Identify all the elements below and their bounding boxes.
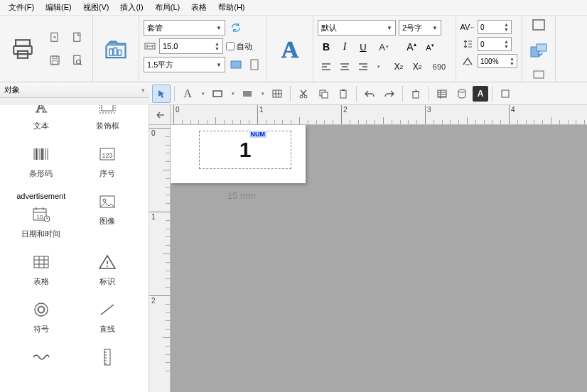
font-size-combo[interactable]: 2号字▼ bbox=[399, 20, 441, 36]
font-family-combo[interactable]: 默认▼ bbox=[318, 20, 396, 36]
object-extra2[interactable] bbox=[78, 347, 138, 367]
tube-type-combo[interactable]: 套管▼ bbox=[144, 20, 225, 36]
font-grow-button[interactable]: A▴ bbox=[403, 38, 420, 55]
object-image[interactable]: 图像 bbox=[78, 192, 138, 239]
rotate-button[interactable] bbox=[527, 40, 551, 61]
objects-panel-title: 对象 bbox=[4, 85, 20, 95]
preview-button[interactable] bbox=[67, 50, 88, 71]
canvas-viewport[interactable]: NUM 1 15 mm bbox=[171, 125, 587, 392]
canvas-area[interactable]: 01234 012 NUM 1 15 mm bbox=[149, 105, 587, 392]
line-spacing-spinner[interactable]: 0▲▼ bbox=[478, 37, 512, 51]
object-serial[interactable]: 123 序号 bbox=[78, 144, 138, 179]
grid-tool[interactable] bbox=[268, 85, 286, 103]
font-shrink-button[interactable]: A▾ bbox=[421, 38, 438, 55]
dimension-label: 15 mm bbox=[227, 190, 256, 201]
zoom-spinner[interactable]: 100%▲▼ bbox=[478, 54, 517, 68]
object-warn[interactable]: 标识 bbox=[78, 252, 138, 287]
underline-button[interactable]: U bbox=[355, 38, 372, 55]
subscript-button[interactable]: X2 bbox=[409, 58, 426, 75]
cut-button[interactable] bbox=[294, 85, 313, 103]
svg-rect-48 bbox=[104, 349, 110, 365]
svg-rect-20 bbox=[534, 71, 544, 78]
italic-button[interactable]: I bbox=[336, 38, 353, 55]
work-area: A 文本 装饰框 条形码 123 序号 advertisement 10 日期和… bbox=[0, 105, 587, 392]
align-center-button[interactable] bbox=[336, 58, 353, 75]
more-button[interactable] bbox=[529, 67, 549, 82]
ruler-origin[interactable] bbox=[149, 105, 171, 125]
object-barcode-label: 条形码 bbox=[29, 168, 53, 179]
form-button[interactable] bbox=[433, 85, 451, 103]
object-table[interactable]: 表格 bbox=[11, 252, 71, 287]
xx-value-button[interactable]: 690 bbox=[427, 58, 451, 75]
redo-button[interactable] bbox=[380, 85, 399, 103]
database-button[interactable] bbox=[453, 85, 471, 103]
object-text[interactable]: A 文本 bbox=[11, 105, 71, 131]
panel-menu-icon[interactable]: ▾ bbox=[141, 87, 145, 94]
bold-button[interactable]: B bbox=[318, 38, 335, 55]
object-symbol[interactable]: 符号 bbox=[11, 300, 71, 334]
menu-insert[interactable]: 插入(I) bbox=[114, 1, 149, 14]
horizontal-ruler: 01234 bbox=[171, 105, 587, 125]
delete-button[interactable] bbox=[406, 85, 425, 103]
label-page[interactable]: NUM 1 bbox=[171, 125, 306, 183]
rect-dropdown[interactable]: ▾ bbox=[228, 85, 237, 103]
warn-icon bbox=[97, 252, 118, 272]
extra-button[interactable] bbox=[496, 85, 515, 103]
number-field[interactable]: NUM 1 bbox=[199, 131, 291, 169]
align-right-button[interactable] bbox=[355, 58, 372, 75]
text-dropdown[interactable]: ▾ bbox=[198, 85, 207, 103]
svg-rect-14 bbox=[231, 61, 241, 68]
menu-view[interactable]: 视图(V) bbox=[77, 1, 115, 14]
library-button[interactable] bbox=[97, 21, 134, 77]
menu-layout[interactable]: 布局(L) bbox=[149, 1, 185, 14]
svg-rect-36 bbox=[102, 105, 113, 111]
pointer-tool[interactable] bbox=[152, 85, 171, 103]
svg-rect-4 bbox=[74, 33, 80, 41]
orient-h-button[interactable] bbox=[228, 57, 244, 72]
object-datetime[interactable]: advertisement 10 日期和时间 bbox=[11, 192, 71, 239]
open-button[interactable] bbox=[67, 27, 88, 48]
object-frame[interactable]: 装饰框 bbox=[78, 105, 138, 131]
svg-point-43 bbox=[103, 199, 106, 202]
objects-panel: A 文本 装饰框 条形码 123 序号 advertisement 10 日期和… bbox=[0, 105, 149, 392]
menu-edit[interactable]: 编辑(E) bbox=[40, 1, 77, 14]
font-color-button[interactable]: A▾ bbox=[373, 38, 394, 55]
svg-rect-28 bbox=[340, 90, 346, 98]
save-button[interactable] bbox=[44, 50, 65, 71]
refresh-button[interactable] bbox=[228, 20, 244, 36]
superscript-button[interactable]: X2 bbox=[390, 58, 407, 75]
fill-tool[interactable] bbox=[238, 85, 257, 103]
menu-file[interactable]: 文件(F) bbox=[3, 1, 40, 14]
units-value: 1.5平方 bbox=[147, 60, 173, 70]
object-datetime-label: 日期和时间 bbox=[21, 229, 60, 239]
rect-tool[interactable] bbox=[208, 85, 227, 103]
svg-point-24 bbox=[300, 95, 303, 98]
menu-help[interactable]: 帮助(H) bbox=[212, 1, 250, 14]
svg-rect-11 bbox=[114, 48, 117, 55]
font-style-button[interactable]: A bbox=[271, 21, 308, 77]
auto-checkbox[interactable]: 自动 bbox=[226, 41, 252, 52]
orient-v-button[interactable] bbox=[247, 57, 262, 72]
svg-rect-19 bbox=[537, 44, 546, 51]
fill-dropdown[interactable]: ▾ bbox=[258, 85, 266, 103]
svg-rect-0 bbox=[16, 40, 30, 46]
text-tool[interactable]: A bbox=[178, 85, 197, 103]
line-spacing-icon bbox=[461, 37, 475, 51]
char-spacing-spinner[interactable]: 0▲▼ bbox=[478, 20, 512, 34]
page-setup-button[interactable] bbox=[529, 16, 549, 34]
menu-table[interactable]: 表格 bbox=[185, 1, 212, 14]
print-button[interactable] bbox=[4, 21, 41, 77]
undo-button[interactable] bbox=[360, 85, 379, 103]
object-extra1[interactable] bbox=[11, 347, 71, 367]
object-line[interactable]: 直线 bbox=[78, 300, 138, 334]
new-button[interactable] bbox=[44, 27, 65, 48]
align-menu-button[interactable]: ▾ bbox=[373, 58, 383, 75]
copy-button[interactable] bbox=[314, 85, 333, 103]
paste-button[interactable] bbox=[334, 85, 352, 103]
object-barcode[interactable]: 条形码 bbox=[11, 144, 71, 179]
width-spinner[interactable]: 15.0▲▼ bbox=[159, 38, 223, 54]
dark-a-button[interactable]: A bbox=[473, 86, 488, 102]
align-left-button[interactable] bbox=[318, 58, 335, 75]
units-combo[interactable]: 1.5平方▼ bbox=[144, 57, 225, 72]
object-text-label: 文本 bbox=[33, 121, 49, 131]
